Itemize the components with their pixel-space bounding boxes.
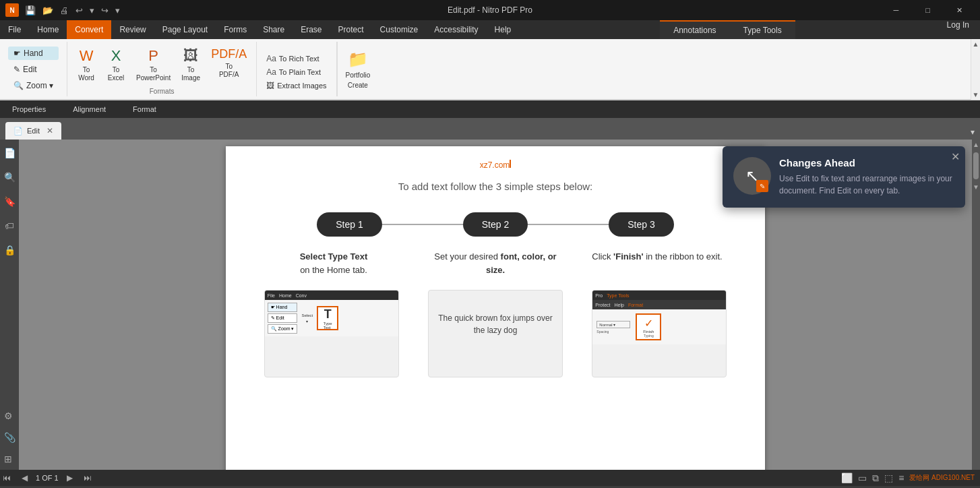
- mock-ribbon-3: Normal ▾ Spacing ✓ Finish Typing: [592, 309, 726, 344]
- next-page-btn[interactable]: ▶: [64, 472, 75, 484]
- right-scrollbar[interactable]: ▲ ▼: [972, 140, 980, 470]
- scroll-mode-icon[interactable]: ≡: [898, 472, 904, 483]
- notif-corner-icon: ✎: [756, 180, 768, 192]
- scroll-thumb[interactable]: [973, 152, 979, 179]
- open-icon[interactable]: 📂: [40, 4, 55, 17]
- menu-forms[interactable]: Forms: [216, 20, 255, 39]
- mock-select-dropdown: ▾: [306, 319, 308, 324]
- submenu-alignment[interactable]: Alignment: [66, 100, 113, 118]
- app-title: Edit.pdf - Nitro PDF Pro: [448, 5, 532, 15]
- step1-image: File Home Conv ☛ Hand ✎ Edit 🔍 Zoom ▾: [264, 290, 399, 377]
- step2-bubble: Step 2: [463, 212, 528, 237]
- undo-dropdown[interactable]: ▾: [88, 4, 96, 17]
- to-plain-text-btn[interactable]: Aa To Plain Text: [262, 66, 330, 78]
- notif-title: Changes Ahead: [779, 157, 954, 169]
- to-pdfa-label: ToPDF/A: [219, 63, 239, 79]
- menu-convert[interactable]: Convert: [67, 20, 111, 39]
- tab-typetools[interactable]: Type Tools: [730, 20, 795, 39]
- ribbon-scroll-up[interactable]: ▲: [971, 39, 980, 49]
- steps-row: Step 1 Step 2 Step 3: [253, 212, 738, 237]
- step2-image: The quick brown fox jumps over the lazy …: [428, 290, 563, 377]
- extract-images-btn[interactable]: 🖼 Extract Images: [262, 80, 330, 92]
- ribbon-scroll-down[interactable]: ▼: [971, 90, 980, 100]
- to-image-label: ToImage: [181, 66, 200, 82]
- menu-help[interactable]: Help: [487, 20, 520, 39]
- two-page-icon[interactable]: ⬚: [884, 472, 893, 483]
- step1-desc: Select Type Text on the Home tab.: [266, 250, 401, 276]
- login-button[interactable]: Log In: [936, 20, 980, 39]
- mock-spacing-controls: Normal ▾ Spacing: [596, 321, 630, 334]
- single-page-icon[interactable]: ⧉: [872, 472, 879, 484]
- menu-customize[interactable]: Customize: [372, 20, 427, 39]
- print-icon[interactable]: 🖨: [58, 4, 71, 17]
- page-url: xz7.com: [253, 160, 738, 170]
- main-area: 📄 🔍 🔖 🏷 🔒 ⚙ 📎 ⊞ xz7.com To add text foll…: [0, 140, 980, 470]
- sidebar-bottom-icon2[interactable]: 📎: [1, 429, 18, 446]
- mock-select-label: Select: [301, 313, 313, 317]
- menu-share[interactable]: Share: [255, 20, 293, 39]
- watermark-label: 爱给网 ADIG100.NET: [909, 473, 975, 483]
- tab-close-btn[interactable]: ✕: [47, 126, 53, 135]
- maximize-btn[interactable]: □: [913, 0, 943, 20]
- undo-btn[interactable]: ↩: [73, 4, 85, 17]
- title-bar: N 💾 📂 🖨 ↩ ▾ ↪ ▾ Edit.pdf - Nitro PDF Pro…: [0, 0, 980, 20]
- notif-content: Changes Ahead Use Edit to fix text and r…: [779, 157, 954, 197]
- submenu-format[interactable]: Format: [126, 100, 163, 118]
- sidebar-bottom-icon3[interactable]: ⊞: [1, 451, 18, 467]
- edit-icon: ✎: [13, 65, 20, 74]
- menu-pagelayout[interactable]: Page Layout: [154, 20, 216, 39]
- sidebar-bottom-icon1[interactable]: ⚙: [1, 408, 18, 424]
- to-image-btn[interactable]: 🖼 ToImage: [177, 44, 204, 85]
- submenu-properties[interactable]: Properties: [5, 100, 53, 118]
- zoom-tool-btn[interactable]: 🔍 Zoom ▾: [8, 79, 59, 92]
- minimize-btn[interactable]: ─: [881, 0, 911, 20]
- fit-width-icon[interactable]: ▭: [858, 472, 867, 483]
- portfolio-icon: 📁: [348, 50, 368, 69]
- tab-annotations[interactable]: Annotations: [660, 20, 729, 39]
- menu-review[interactable]: Review: [111, 20, 154, 39]
- scroll-down-arrow[interactable]: ▼: [971, 182, 980, 192]
- edit-tool-btn[interactable]: ✎ Edit: [8, 63, 59, 76]
- step3-desc: Click 'Finish' in the ribbon to exit.: [590, 250, 725, 276]
- document-tab[interactable]: 📄 Edit ✕: [5, 122, 61, 140]
- document-area: xz7.com To add text follow the 3 simple …: [19, 140, 972, 470]
- scroll-up-arrow[interactable]: ▲: [971, 140, 980, 150]
- menu-protect[interactable]: Protect: [330, 20, 372, 39]
- to-pdfa-btn[interactable]: PDF/A ToPDF/A: [207, 44, 251, 82]
- quick-access-dropdown[interactable]: ▾: [113, 4, 122, 17]
- menu-erase[interactable]: Erase: [293, 20, 330, 39]
- portfolio-btn[interactable]: 📁 Portfolio Create: [337, 42, 379, 96]
- redo-btn[interactable]: ↪: [99, 4, 111, 17]
- to-rich-text-btn[interactable]: Aa To Rich Text: [262, 53, 330, 65]
- save-icon[interactable]: 💾: [23, 4, 38, 17]
- sidebar-bookmarks-icon[interactable]: 🔖: [1, 193, 18, 210]
- sidebar-annotations-icon[interactable]: 🏷: [2, 218, 17, 234]
- notif-close-btn[interactable]: ✕: [951, 152, 960, 162]
- create-label: Create: [348, 82, 368, 89]
- portfolio-label: Portfolio: [346, 71, 371, 79]
- mock-typetext-icon: T: [324, 307, 332, 322]
- first-page-btn[interactable]: ⏮: [0, 472, 13, 484]
- hand-tool-btn[interactable]: ☛ Hand: [8, 47, 59, 60]
- to-excel-btn[interactable]: X ToExcel: [102, 44, 129, 85]
- tab-dropdown-btn[interactable]: ▾: [965, 125, 980, 140]
- to-powerpoint-btn[interactable]: P ToPowerPoint: [132, 44, 175, 85]
- menu-accessibility[interactable]: Accessibility: [426, 20, 486, 39]
- menu-file[interactable]: File: [0, 20, 29, 39]
- menu-home[interactable]: Home: [29, 20, 67, 39]
- step-images: File Home Conv ☛ Hand ✎ Edit 🔍 Zoom ▾: [253, 290, 738, 377]
- pdf-page: xz7.com To add text follow the 3 simple …: [226, 146, 765, 470]
- app-icon: N: [5, 3, 19, 17]
- last-page-btn[interactable]: ⏭: [81, 472, 94, 484]
- mock-zoom-btn: 🔍 Zoom ▾: [268, 324, 298, 334]
- sidebar-security-icon[interactable]: 🔒: [1, 242, 18, 258]
- fit-page-icon[interactable]: ⬜: [841, 472, 853, 483]
- mock-normal-dropdown: Normal ▾: [596, 321, 630, 328]
- sidebar-pages-icon[interactable]: 📄: [1, 145, 18, 161]
- sidebar-search-icon[interactable]: 🔍: [1, 169, 18, 185]
- to-word-btn[interactable]: W ToWord: [73, 44, 100, 85]
- left-sidebar: 📄 🔍 🔖 🏷 🔒 ⚙ 📎 ⊞: [0, 140, 19, 470]
- close-btn[interactable]: ✕: [944, 0, 975, 20]
- prev-page-btn[interactable]: ◀: [19, 472, 30, 484]
- mock-menubar-3: Pro Type Tools: [592, 291, 726, 300]
